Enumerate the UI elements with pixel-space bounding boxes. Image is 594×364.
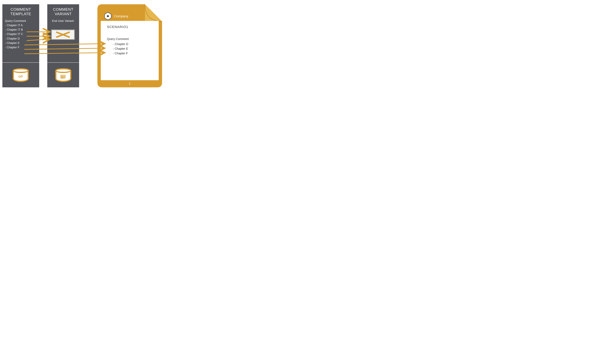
scenario-chapter-d: - Chapter D (113, 42, 128, 46)
end-user-variant-label: End User Variant: (47, 19, 79, 23)
svg-rect-5 (64, 76, 65, 76)
chapter-list-template: - Chapter IT A - Chapter IT B - Chapter … (2, 23, 39, 49)
svg-rect-7 (64, 77, 65, 77)
svg-rect-8 (64, 78, 65, 78)
variant-database-icon (55, 68, 71, 82)
dp-database-icon: DP (13, 68, 29, 82)
company-label: Company (114, 14, 128, 18)
svg-rect-1 (61, 75, 63, 76)
speech-ruler-icon (55, 74, 71, 80)
comment-template-panel: COMMENT TEMPLATE Query Comment - Chapter… (2, 4, 39, 62)
chapter-d: - Chapter D (5, 36, 37, 41)
chapter-it-c: - Chapter IT C (5, 32, 37, 36)
scenario-title: SCENARIO1 (107, 25, 128, 29)
svg-rect-4 (64, 75, 65, 76)
svg-rect-11 (101, 21, 159, 80)
dp-database-label: DP (13, 75, 29, 79)
scenario-chapter-list: - Chapter D - Chapter E - Chapter F (113, 42, 128, 56)
comment-template-title: COMMENT TEMPLATE (2, 4, 39, 16)
query-comment-label: Query Comment (2, 19, 39, 23)
scenario-chapter-f: - Chapter F (113, 51, 128, 56)
comment-variant-title: COMMENT VARIANT (47, 4, 79, 16)
scenario-document: Company SCENARIO1 Query Comment - Chapte… (97, 4, 162, 87)
scenario-query-comment-label: Query Comment (107, 37, 129, 41)
scenario-chapter-e: - Chapter E (113, 46, 128, 51)
svg-rect-6 (64, 77, 65, 77)
svg-rect-2 (61, 76, 63, 76)
chapter-f: - Chapter F (5, 45, 37, 49)
chapter-e: - Chapter E (5, 41, 37, 45)
variant-rejected-box (51, 29, 75, 40)
page-number: 1 (97, 82, 162, 85)
chapter-it-b: - Chapter IT B (5, 27, 37, 32)
cross-icon (55, 31, 71, 38)
chapter-it-a: - Chapter IT A (5, 23, 37, 27)
svg-point-13 (107, 15, 109, 17)
